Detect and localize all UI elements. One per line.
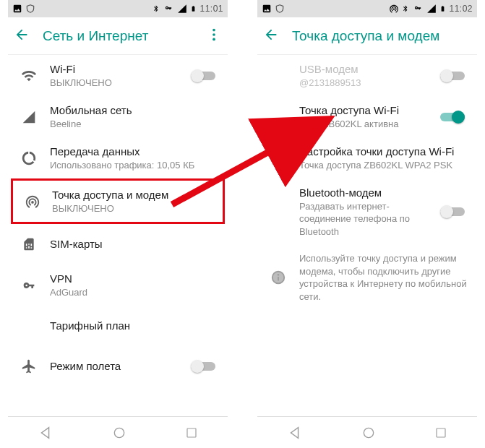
row-mobile-network[interactable]: Мобильная сеть Beeline bbox=[8, 96, 228, 137]
wifi-hotspot-switch[interactable] bbox=[440, 110, 465, 124]
data-usage-icon bbox=[21, 150, 37, 166]
image-icon bbox=[12, 4, 22, 14]
row-sub: Точка доступа ZB602KL WPA2 PSK bbox=[299, 159, 467, 172]
row-usb-tether: USB-модем @2131889513 bbox=[257, 55, 477, 96]
overflow-button[interactable] bbox=[206, 27, 222, 46]
phone-right: 11:02 Точка доступа и модем USB-модем @2… bbox=[257, 0, 477, 448]
sim-icon bbox=[22, 236, 36, 252]
row-sub: Использовано трафика: 10,05 КБ bbox=[50, 159, 218, 172]
nav-recents-icon[interactable] bbox=[434, 426, 447, 439]
svg-point-2 bbox=[213, 38, 215, 40]
row-title: Точка доступа и модем bbox=[52, 188, 213, 202]
bt-switch[interactable] bbox=[440, 204, 465, 219]
airplane-icon bbox=[21, 358, 37, 374]
row-plan[interactable]: Тарифный план bbox=[8, 306, 228, 346]
wifi-icon bbox=[21, 68, 37, 84]
signal-icon bbox=[177, 4, 187, 14]
nav-back-icon[interactable] bbox=[38, 425, 53, 441]
signal-icon bbox=[22, 110, 36, 124]
nav-recents-icon[interactable] bbox=[185, 426, 198, 439]
appbar-title: Точка доступа и модем bbox=[292, 28, 471, 44]
vpn-key-icon bbox=[20, 280, 38, 291]
svg-point-1 bbox=[213, 33, 215, 36]
phone-left: 11:01 Сеть и Интернет Wi-Fi ВЫКЛЮЧЕНО Мо… bbox=[8, 0, 228, 448]
row-sub: Beeline bbox=[50, 118, 218, 131]
row-sub: Сеть ZB602KL активна bbox=[299, 118, 438, 131]
usb-switch bbox=[440, 69, 465, 83]
key-icon bbox=[163, 5, 174, 12]
row-title: USB-модем bbox=[299, 62, 438, 77]
row-sub: @2131889513 bbox=[299, 77, 438, 90]
info-icon bbox=[270, 270, 286, 285]
row-vpn[interactable]: VPN AdGuard bbox=[8, 264, 228, 306]
row-title: Передача данных bbox=[50, 145, 218, 159]
svg-point-7 bbox=[278, 275, 279, 275]
appbar: Сеть и Интернет bbox=[8, 17, 228, 55]
battery-icon bbox=[190, 4, 197, 14]
row-bt-tether[interactable]: Bluetooth-модем Раздавать интернет-соеди… bbox=[257, 178, 477, 245]
row-title: Режим полета bbox=[50, 359, 189, 374]
clock: 11:01 bbox=[199, 4, 223, 14]
nav-back-icon[interactable] bbox=[287, 425, 303, 441]
row-wifi-hotspot[interactable]: Точка доступа Wi-Fi Сеть ZB602KL активна bbox=[257, 96, 477, 137]
row-sub: AdGuard bbox=[50, 286, 218, 299]
row-hotspot-tethering[interactable]: Точка доступа и модем ВЫКЛЮЧЕНО bbox=[11, 178, 225, 224]
row-title: Мобильная сеть bbox=[50, 103, 218, 118]
row-title: Настройка точки доступа Wi-Fi bbox=[299, 145, 467, 159]
status-bar: 11:02 bbox=[257, 0, 477, 17]
row-title: SIM-карты bbox=[50, 237, 218, 251]
info-text: Используйте точку доступа и режим модема… bbox=[299, 252, 467, 303]
row-data-usage[interactable]: Передача данных Использовано трафика: 10… bbox=[8, 137, 228, 178]
row-sub: ВЫКЛЮЧЕНО bbox=[52, 202, 213, 215]
row-info: Используйте точку доступа и режим модема… bbox=[257, 245, 477, 310]
row-hotspot-settings[interactable]: Настройка точки доступа Wi-Fi Точка дост… bbox=[257, 137, 477, 178]
row-sim-cards[interactable]: SIM-карты bbox=[8, 224, 228, 264]
image-icon bbox=[262, 4, 272, 14]
bluetooth-icon bbox=[153, 4, 160, 14]
svg-point-0 bbox=[213, 28, 215, 31]
bluetooth-icon bbox=[402, 4, 409, 14]
svg-rect-9 bbox=[437, 428, 445, 437]
svg-rect-4 bbox=[187, 428, 196, 437]
row-title: Тарифный план bbox=[50, 319, 218, 333]
shield-icon bbox=[275, 4, 285, 14]
nav-bar bbox=[257, 416, 477, 448]
shield-icon bbox=[25, 4, 35, 14]
wifi-switch[interactable] bbox=[191, 69, 215, 83]
row-sub: ВЫКЛЮЧЕНО bbox=[50, 77, 189, 90]
key-icon bbox=[412, 5, 424, 12]
row-title: Точка доступа Wi-Fi bbox=[299, 103, 438, 118]
row-title: Wi-Fi bbox=[50, 62, 189, 77]
clock: 11:02 bbox=[449, 4, 473, 14]
appbar-title: Сеть и Интернет bbox=[43, 28, 193, 44]
appbar: Точка доступа и модем bbox=[257, 17, 477, 55]
settings-list: Wi-Fi ВЫКЛЮЧЕНО Мобильная сеть Beeline П… bbox=[8, 55, 228, 416]
row-title: Bluetooth-модем bbox=[299, 186, 438, 200]
settings-list: USB-модем @2131889513 Точка доступа Wi-F… bbox=[257, 55, 477, 416]
signal-icon bbox=[426, 4, 437, 14]
status-bar: 11:01 bbox=[8, 0, 228, 17]
back-button[interactable] bbox=[263, 27, 279, 46]
battery-icon bbox=[439, 4, 446, 14]
nav-bar bbox=[8, 416, 228, 448]
svg-point-8 bbox=[364, 428, 373, 437]
hotspot-icon bbox=[25, 194, 40, 210]
back-button[interactable] bbox=[14, 27, 30, 46]
row-title: VPN bbox=[50, 272, 218, 286]
svg-point-3 bbox=[114, 428, 124, 437]
row-sub: Раздавать интернет-соединение телефона п… bbox=[299, 200, 438, 238]
row-wifi[interactable]: Wi-Fi ВЫКЛЮЧЕНО bbox=[8, 55, 228, 96]
hotspot-icon bbox=[389, 4, 399, 14]
row-airplane[interactable]: Режим полета bbox=[8, 346, 228, 387]
airplane-switch[interactable] bbox=[191, 359, 215, 374]
nav-home-icon[interactable] bbox=[361, 426, 376, 440]
nav-home-icon[interactable] bbox=[112, 426, 126, 440]
